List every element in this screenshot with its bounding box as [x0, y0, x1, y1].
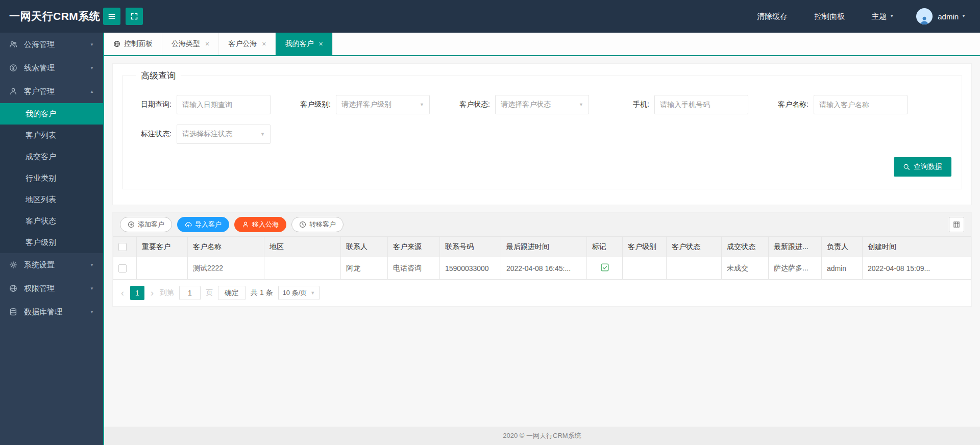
check-square-icon[interactable] [600, 263, 609, 272]
query-search-button[interactable]: 查询数据 [894, 157, 951, 177]
chevron-down-icon: ▼ [962, 14, 966, 18]
search-icon [903, 163, 910, 170]
goto-page-input[interactable] [179, 286, 201, 300]
mark-status-select[interactable]: 请选择标注状态 ▼ [177, 125, 271, 144]
column-header: 客户名称 [188, 237, 264, 257]
close-icon[interactable]: × [262, 40, 266, 47]
tab-my-customers[interactable]: 我的客户 × [276, 33, 332, 55]
button-label: 导入客户 [195, 220, 222, 229]
column-header: 最新跟进... [769, 237, 822, 257]
table-header-row: 重要客户 客户名称 地区 联系人 客户来源 联系号码 最后跟进时间 标记 客户级… [113, 237, 971, 257]
page-size-value: 10 条/页 [283, 288, 307, 298]
query-actions: 查询数据 [132, 157, 952, 177]
customer-table: 重要客户 客户名称 地区 联系人 客户来源 联系号码 最后跟进时间 标记 客户级… [113, 236, 971, 280]
move-to-gonghai-button[interactable]: 移入公海 [234, 217, 286, 232]
tab-gonghai-type[interactable]: 公海类型 × [162, 33, 219, 55]
sidebar-item-permission-mgmt[interactable]: 权限管理 ▼ [0, 277, 103, 300]
import-customer-button[interactable]: 导入客户 [177, 217, 229, 232]
page-size-select[interactable]: 10 条/页 ▼ [278, 286, 320, 300]
user-icon [242, 221, 249, 228]
pagination-next[interactable]: › [150, 288, 155, 298]
sidebar-item-xiansuo-mgmt[interactable]: 线索管理 ▼ [0, 56, 103, 80]
coin-icon [9, 64, 18, 72]
transfer-customer-button[interactable]: 转移客户 [291, 217, 344, 232]
query-fieldset: 高级查询 日期查询: 客户级别: 请选择客户级别 ▼ [122, 70, 962, 189]
column-header: 客户级别 [623, 237, 667, 257]
cell-customer-name: 测试2222 [188, 257, 264, 280]
date-query-field: 日期查询: [132, 95, 271, 114]
button-label: 转移客户 [309, 220, 336, 229]
customer-status-select[interactable]: 请选择客户状态 ▼ [495, 95, 589, 114]
field-label: 标注状态: [132, 130, 177, 139]
customer-name-input[interactable] [814, 95, 908, 114]
hamburger-icon [108, 12, 116, 20]
control-panel-link[interactable]: 控制面板 [801, 12, 858, 21]
theme-label: 主题 [871, 12, 887, 21]
clock-icon [299, 221, 306, 228]
column-header: 标记 [587, 237, 623, 257]
customer-level-field: 客户级别: 请选择客户级别 ▼ [291, 95, 430, 114]
query-panel-title: 高级查询 [136, 70, 181, 82]
gear-icon [9, 261, 18, 269]
query-row-1: 日期查询: 客户级别: 请选择客户级别 ▼ [132, 95, 952, 114]
customer-name-field: 客户名称: [769, 95, 908, 114]
sidebar-subitem-customer-list[interactable]: 客户列表 [0, 125, 103, 146]
avatar[interactable] [916, 8, 933, 24]
table-toolbar: 添加客户 导入客户 移入公海 [113, 213, 971, 236]
sidebar-subitem-my-customers[interactable]: 我的客户 [0, 103, 103, 125]
customer-table-card: 添加客户 导入客户 移入公海 [112, 212, 972, 307]
cell-last-followup: 2022-04-08 16:45:... [501, 257, 587, 280]
pagination-prev[interactable]: ‹ [120, 288, 125, 298]
top-bar: 一网天行CRM系统 清除缓存 控制面板 主题 ▼ admin ▼ [0, 0, 980, 33]
cell-status [667, 257, 722, 280]
sidebar-subitem-region-list[interactable]: 地区列表 [0, 189, 103, 210]
close-icon[interactable]: × [318, 40, 323, 47]
select-all-checkbox[interactable] [118, 243, 127, 251]
pagination-page-1[interactable]: 1 [130, 286, 144, 300]
chevron-down-icon: ▼ [90, 310, 94, 314]
select-placeholder: 请选择客户状态 [501, 100, 551, 109]
sidebar-item-database-mgmt[interactable]: 数据库管理 ▼ [0, 300, 103, 324]
theme-dropdown[interactable]: 主题 ▼ [858, 12, 907, 21]
sidebar-subitem-customer-level[interactable]: 客户级别 [0, 232, 103, 253]
tab-control-panel[interactable]: 控制面板 [104, 33, 162, 55]
sidebar: 公海管理 ▼ 线索管理 ▼ 客户管理 ▲ 我的客户 客户列表 成交 [0, 33, 103, 445]
tab-bar: 控制面板 公海类型 × 客户公海 × 我的客户 × [104, 33, 980, 56]
column-toggle-button[interactable] [949, 217, 964, 232]
clear-cache-link[interactable]: 清除缓存 [744, 12, 801, 21]
row-checkbox-cell [113, 257, 137, 280]
fullscreen-button[interactable] [126, 8, 143, 25]
cloud-upload-icon [185, 221, 192, 228]
app-window: 一网天行CRM系统 清除缓存 控制面板 主题 ▼ admin ▼ [0, 0, 980, 445]
sidebar-item-gonghai-mgmt[interactable]: 公海管理 ▼ [0, 33, 103, 56]
chevron-down-icon: ▼ [90, 286, 94, 291]
footer-text: 2020 © 一网天行CRM系统 [503, 431, 581, 440]
chevron-up-icon: ▲ [90, 89, 94, 94]
search-button-label: 查询数据 [914, 162, 942, 171]
row-checkbox[interactable] [118, 264, 127, 273]
sidebar-submenu-customer: 我的客户 客户列表 成交客户 行业类别 地区列表 客户状态 客户级别 [0, 103, 103, 253]
goto-suffix-label: 页 [206, 288, 213, 298]
sidebar-item-label: 客户管理 [24, 87, 55, 96]
date-query-input[interactable] [177, 95, 271, 114]
sidebar-subitem-deal-customers[interactable]: 成交客户 [0, 146, 103, 167]
tab-customer-gonghai[interactable]: 客户公海 × [219, 33, 276, 55]
goto-confirm-button[interactable]: 确定 [218, 286, 246, 300]
customer-level-select[interactable]: 请选择客户级别 ▼ [336, 95, 430, 114]
column-header: 地区 [264, 237, 341, 257]
chevron-down-icon: ▼ [90, 263, 94, 267]
user-dropdown[interactable]: admin ▼ [938, 12, 966, 21]
sidebar-subitem-customer-status[interactable]: 客户状态 [0, 210, 103, 232]
app-logo: 一网天行CRM系统 [0, 9, 103, 23]
column-header: 联系人 [341, 237, 388, 257]
close-icon[interactable]: × [205, 40, 209, 47]
add-customer-button[interactable]: 添加客户 [120, 217, 172, 232]
sidebar-item-kehu-mgmt[interactable]: 客户管理 ▲ [0, 80, 103, 103]
phone-field: 手机: [609, 95, 748, 114]
button-label: 移入公海 [252, 220, 279, 229]
column-header: 创建时间 [863, 237, 971, 257]
sidebar-item-system-settings[interactable]: 系统设置 ▼ [0, 253, 103, 277]
phone-input[interactable] [654, 95, 748, 114]
collapse-menu-button[interactable] [103, 8, 120, 25]
sidebar-subitem-industry-category[interactable]: 行业类别 [0, 167, 103, 189]
